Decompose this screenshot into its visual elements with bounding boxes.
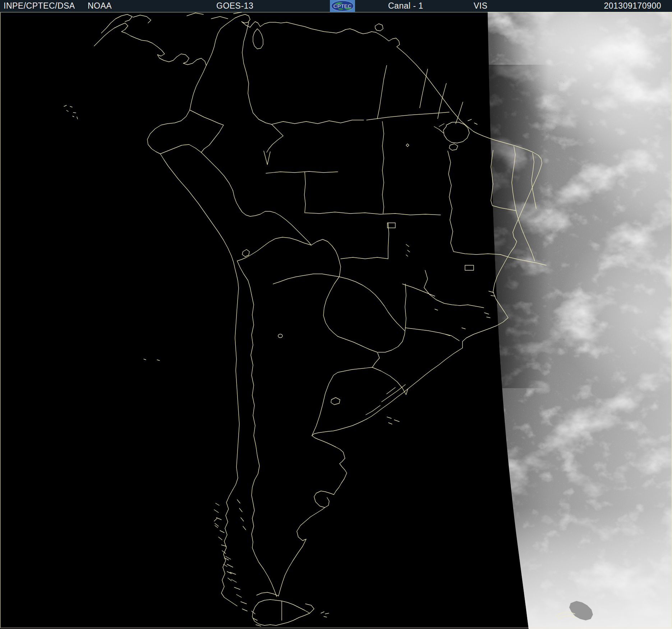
satellite-map	[0, 0, 672, 629]
satellite-image-viewer: INPE/CPTEC/DSA NOAA GOES-13 Canal - 1 VI…	[0, 0, 672, 629]
cptec-logo: CPTEC	[330, 0, 355, 12]
agency-label: NOAA	[88, 1, 112, 11]
goes-satellite-image	[0, 0, 672, 629]
cptec-logo-text: CPTEC	[333, 3, 352, 9]
band-label: VIS	[474, 1, 488, 11]
header-bar: INPE/CPTEC/DSA NOAA GOES-13 Canal - 1 VI…	[0, 0, 672, 12]
satellite-label: GOES-13	[216, 1, 253, 11]
channel-label: Canal - 1	[388, 1, 423, 11]
timestamp-label: 201309170900	[604, 1, 662, 11]
source-label: INPE/CPTEC/DSA	[4, 1, 75, 11]
